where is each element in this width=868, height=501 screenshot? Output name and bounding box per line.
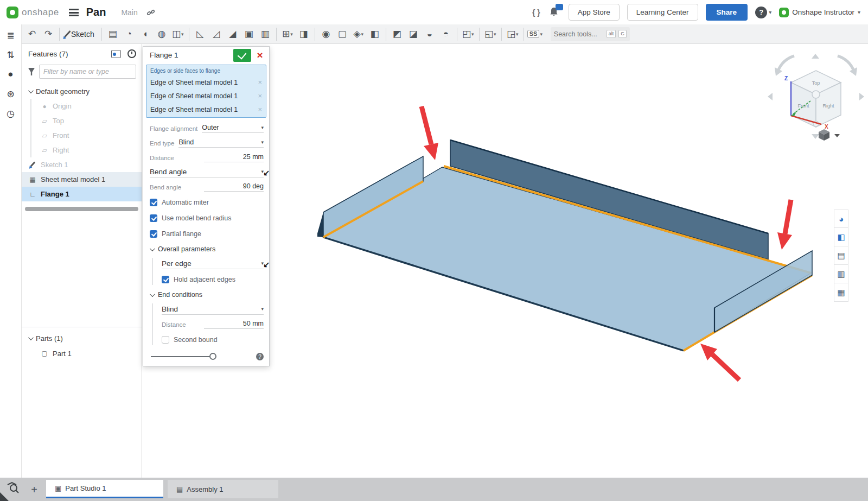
feature-item-sketch-1[interactable]: Sketch 1: [22, 157, 142, 172]
part-item-part-1[interactable]: ▢ Part 1: [22, 346, 142, 360]
per-edge-select[interactable]: Per edge ▾: [162, 259, 264, 269]
view-cube-top-face[interactable]: [791, 71, 841, 94]
partial-flange-checkbox-row[interactable]: Partial flange: [143, 226, 269, 242]
user-menu[interactable]: Onshape Instructor ▾: [779, 8, 860, 17]
end-conditions-section[interactable]: End conditions: [143, 287, 269, 302]
configurations-icon[interactable]: ⇅: [4, 48, 17, 61]
direction-arrow-icon[interactable]: ↙: [263, 168, 270, 177]
folded-view-icon[interactable]: ▥: [834, 265, 848, 283]
selected-edge-item[interactable]: Edge of Sheet metal model 1×: [146, 75, 266, 89]
simplified-view-icon[interactable]: ▦: [834, 283, 848, 302]
second-bound-checkbox-row[interactable]: Second bound: [149, 332, 269, 347]
feature-item-default-geometry[interactable]: Default geometry: [22, 84, 142, 99]
toolbar-boolean-icon[interactable]: ◉: [318, 26, 334, 42]
appearance-icon[interactable]: ◕: [834, 210, 848, 228]
remove-selection-icon[interactable]: ×: [258, 105, 262, 113]
checkbox-checked-icon[interactable]: [150, 214, 157, 222]
toolbar-sketch[interactable]: Sketch: [62, 26, 99, 42]
feature-filter-input[interactable]: [39, 65, 136, 79]
toolbar-rib-icon[interactable]: ▣: [241, 26, 257, 42]
toolbar-undo-icon[interactable]: ↶: [24, 26, 40, 42]
rollback-bar[interactable]: [25, 207, 138, 211]
flange-alignment-select[interactable]: Outer ▾: [202, 124, 264, 133]
view-cube-right-label[interactable]: Right: [822, 103, 834, 109]
slider-handle[interactable]: [209, 353, 216, 360]
pan-front-edge[interactable]: [323, 237, 684, 351]
toolbar-assign-material-icon[interactable]: ◪: [405, 26, 422, 42]
help-info-icon[interactable]: ?: [256, 353, 264, 360]
toolbar-pattern-icon[interactable]: ⊞▾: [279, 26, 296, 42]
toolbar-delete-face-icon[interactable]: ◧: [367, 26, 383, 42]
view-cube-front-label[interactable]: Front: [797, 103, 809, 109]
rotate-left-arrow[interactable]: [768, 93, 773, 100]
view-cube-front-face[interactable]: [791, 83, 816, 127]
checkbox-checked-icon[interactable]: [162, 276, 169, 283]
cancel-button[interactable]: ×: [253, 49, 266, 62]
overall-parameters-section[interactable]: Overall parameters: [143, 242, 269, 257]
learning-center-button[interactable]: Learning Center: [627, 4, 698, 21]
back-bend-line[interactable]: [444, 166, 811, 273]
toolbar-modify-fillet-icon[interactable]: ◈▾: [350, 26, 367, 42]
toolbar-thicken-icon[interactable]: ▤: [105, 26, 121, 42]
feature-item-right[interactable]: ▱Right: [22, 143, 142, 157]
feature-history-icon[interactable]: [127, 49, 136, 58]
view-options-menu[interactable]: [819, 129, 840, 141]
direction-arrow-icon[interactable]: ↙: [263, 260, 270, 269]
sheet-metal-defaults-icon[interactable]: ◧: [834, 228, 848, 246]
end-distance-input[interactable]: 50 mm: [204, 320, 264, 329]
workspace-name[interactable]: Main: [121, 8, 137, 17]
end-condition-select[interactable]: Blind ▾: [162, 305, 264, 315]
flat-pattern-view-icon[interactable]: ▤: [834, 246, 848, 265]
end-type-select[interactable]: Blind ▾: [178, 138, 264, 148]
view-cube[interactable]: Top Front Right Z X: [768, 54, 864, 139]
toolbar-shell-icon[interactable]: ▥: [257, 26, 273, 42]
notifications-bell-icon[interactable]: [548, 6, 561, 19]
rotate-up-arrow[interactable]: [812, 54, 819, 59]
document-menu-icon[interactable]: [69, 9, 79, 16]
roll-cw-arrow[interactable]: [838, 56, 854, 71]
feature-item-top[interactable]: ▱Top: [22, 113, 142, 128]
feature-item-sheet-metal-model-1[interactable]: ▦Sheet metal model 1: [22, 172, 142, 187]
search-tools-box[interactable]: alt C: [551, 27, 630, 41]
app-store-button[interactable]: App Store: [569, 4, 620, 21]
remove-selection-icon[interactable]: ×: [258, 78, 262, 86]
right-bend-line[interactable]: [684, 275, 812, 351]
comments-icon[interactable]: ●: [4, 68, 17, 81]
toolbar-transform-icon[interactable]: ◩: [389, 26, 405, 42]
preview-slider[interactable]: [151, 356, 213, 357]
help-menu[interactable]: ? ▾: [755, 7, 771, 18]
selected-edge-item[interactable]: Edge of Sheet metal model 1×: [146, 103, 266, 116]
toolbar-curve-tools-icon[interactable]: ◱▾: [482, 26, 499, 42]
versions-icon[interactable]: ⊛: [4, 87, 17, 100]
sheet-metal-pan-model[interactable]: [317, 140, 812, 351]
tab-assembly-1[interactable]: ▤ Assembly 1: [168, 480, 278, 498]
feature-item-flange-1[interactable]: ∟Flange 1: [22, 187, 142, 201]
toolbar-flange-corner-1-icon[interactable]: ◺: [192, 26, 208, 42]
version-graph-icon[interactable]: { }: [532, 8, 540, 17]
toolbar-convert-to-sheet-metal-icon[interactable]: ◫▾: [170, 26, 186, 42]
feature-list-icon[interactable]: ≣: [4, 29, 17, 42]
toolbar-sheet-metal-tools-icon[interactable]: SS▾: [527, 26, 543, 42]
feature-item-front[interactable]: ▱Front: [22, 128, 142, 143]
toolbar-redo-icon[interactable]: ↷: [40, 26, 56, 42]
left-flange-wall[interactable]: [323, 156, 423, 237]
toolbar-export-icon[interactable]: ◒: [422, 26, 438, 42]
view-cube-right-face[interactable]: [816, 83, 841, 127]
roll-ccw-arrow[interactable]: [778, 56, 794, 71]
bend-angle-input[interactable]: 90 deg: [204, 182, 264, 192]
share-link-icon[interactable]: [146, 8, 155, 17]
share-button[interactable]: Share: [706, 4, 748, 21]
feature-dialog-toggle-icon[interactable]: [111, 50, 121, 58]
history-icon[interactable]: ◷: [4, 107, 17, 120]
toolbar-draft-icon[interactable]: ◢: [225, 26, 241, 42]
toolbar-hem-icon[interactable]: ◍: [154, 26, 170, 42]
parts-section-header[interactable]: Parts (1): [22, 331, 142, 345]
feature-item-origin[interactable]: ●Origin: [22, 99, 142, 113]
toolbar-surface-tools-icon[interactable]: ◲▾: [505, 26, 521, 42]
toolbar-split-icon[interactable]: ▢: [334, 26, 350, 42]
view-cube-top-label[interactable]: Top: [812, 80, 820, 86]
right-flange-wall[interactable]: [714, 251, 812, 332]
rotate-right-arrow[interactable]: [859, 93, 864, 100]
toolbar-import-icon[interactable]: ◓: [438, 26, 454, 42]
confirm-button[interactable]: [233, 49, 251, 62]
